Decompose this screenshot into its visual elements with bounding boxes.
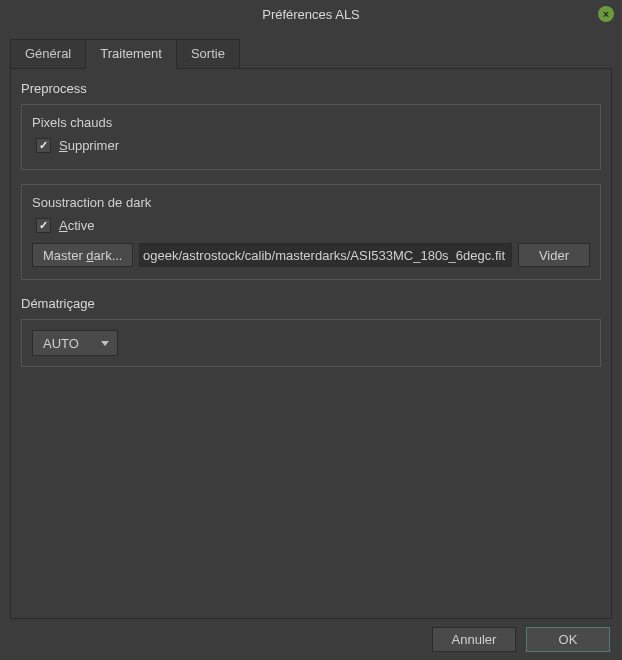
tab-label: Traitement [100, 46, 162, 61]
dialog-footer: Annuler OK [10, 619, 612, 652]
hot-pixels-remove-checkbox[interactable]: ✓ [36, 138, 51, 153]
client-area: Général Traitement Sortie Preprocess Pix… [0, 28, 622, 660]
check-icon: ✓ [39, 140, 48, 151]
button-label: OK [559, 632, 578, 647]
tab-processing[interactable]: Traitement [86, 39, 177, 69]
dark-path-row: Master dark... ogeek/astrostock/calib/ma… [32, 243, 590, 267]
titlebar: Préférences ALS × [0, 0, 622, 28]
tab-output[interactable]: Sortie [177, 39, 240, 69]
group-hot-pixels: Pixels chauds ✓ Supprimer [21, 104, 601, 170]
close-icon: × [603, 9, 609, 20]
master-dark-path-field[interactable]: ogeek/astrostock/calib/masterdarks/ASI53… [139, 243, 512, 267]
clear-dark-button[interactable]: Vider [518, 243, 590, 267]
dark-active-row: ✓ Active [36, 218, 590, 233]
button-label: Annuler [452, 632, 497, 647]
path-text: ogeek/astrostock/calib/masterdarks/ASI53… [143, 248, 505, 263]
dark-active-label: Active [59, 218, 94, 233]
debayer-pattern-select[interactable]: AUTO [32, 330, 118, 356]
master-dark-browse-button[interactable]: Master dark... [32, 243, 133, 267]
section-heading-debayer: Dématriçage [21, 296, 601, 311]
group-dark-subtraction: Soustraction de dark ✓ Active Master dar… [21, 184, 601, 280]
tab-label: Général [25, 46, 71, 61]
section-heading-preprocess: Preprocess [21, 81, 601, 96]
tab-panel-processing: Preprocess Pixels chauds ✓ Supprimer Sou… [10, 68, 612, 619]
ok-button[interactable]: OK [526, 627, 610, 652]
select-value: AUTO [43, 336, 79, 351]
tab-label: Sortie [191, 46, 225, 61]
tab-general[interactable]: Général [10, 39, 86, 69]
hot-pixels-remove-label: Supprimer [59, 138, 119, 153]
group-heading: Pixels chauds [32, 115, 590, 130]
window-title: Préférences ALS [262, 7, 360, 22]
check-icon: ✓ [39, 220, 48, 231]
dark-active-checkbox[interactable]: ✓ [36, 218, 51, 233]
cancel-button[interactable]: Annuler [432, 627, 516, 652]
spacer [21, 381, 601, 606]
tabstrip: Général Traitement Sortie [10, 38, 612, 68]
chevron-down-icon [101, 341, 109, 346]
button-label: Vider [539, 248, 569, 263]
close-button[interactable]: × [598, 6, 614, 22]
preferences-dialog: Préférences ALS × Général Traitement Sor… [0, 0, 622, 660]
group-heading: Soustraction de dark [32, 195, 590, 210]
group-debayer: AUTO [21, 319, 601, 367]
button-label: Master dark... [43, 248, 122, 263]
hot-pixels-remove-row: ✓ Supprimer [36, 138, 590, 153]
